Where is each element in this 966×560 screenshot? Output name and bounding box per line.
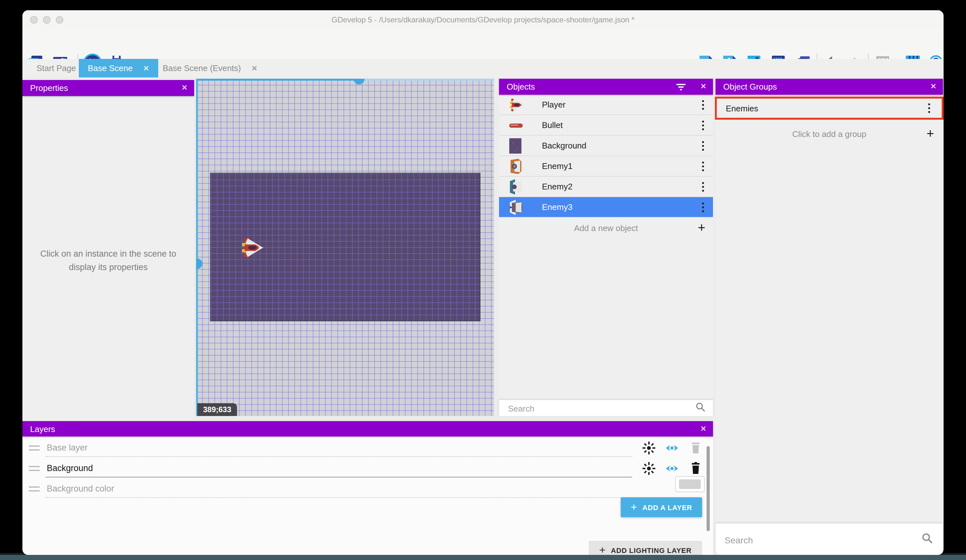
layer-visibility-icon[interactable]	[665, 441, 679, 455]
layer-effects-icon[interactable]	[642, 462, 656, 475]
layer-name-underline	[46, 477, 632, 477]
object-label: Enemy1	[542, 161, 572, 171]
panel-title: Objects	[507, 82, 535, 92]
object-groups-search-input[interactable]	[723, 524, 885, 555]
tabbar: Start Page Base Scene ✕ Base Scene (Even…	[22, 59, 944, 77]
objects-panel-header: Objects ✕	[499, 79, 713, 95]
object-label: Enemy3	[542, 202, 572, 212]
gdevelop-window: GDevelop 5 - /Users/dkarakay/Documents/G…	[22, 10, 944, 555]
toolbar: 1:1	[22, 29, 944, 59]
object-menu-icon[interactable]	[702, 141, 704, 151]
titlebar: GDevelop 5 - /Users/dkarakay/Documents/G…	[22, 10, 944, 30]
highlight-annotation	[715, 97, 944, 120]
object-groups-panel: Object Groups ✕ Enemies Click to add a g…	[716, 79, 943, 555]
close-panel-icon[interactable]: ✕	[700, 82, 706, 91]
layer-effects-icon[interactable]	[642, 441, 656, 455]
add-object-label: Add a new object	[574, 223, 638, 233]
canvas-hscrollbar[interactable]	[196, 79, 494, 81]
tab-base-scene[interactable]: Base Scene ✕	[79, 59, 158, 77]
filter-icon[interactable]	[676, 83, 686, 93]
add-lighting-layer-button[interactable]: + ADD LIGHTING LAYER	[589, 541, 702, 555]
scene-canvas[interactable]: 389;633	[196, 79, 494, 416]
properties-panel-header: Properties ✕	[22, 80, 194, 96]
background-object-icon	[508, 138, 525, 154]
canvas-vscrollbar-handle[interactable]	[196, 259, 202, 269]
layer-row-base: Base layer	[22, 439, 713, 458]
object-row-enemy2[interactable]: Enemy2	[499, 177, 713, 197]
panel-title: Object Groups	[723, 82, 777, 92]
plus-icon: +	[698, 221, 705, 235]
close-panel-icon[interactable]: ✕	[930, 82, 936, 91]
row-underline	[46, 497, 666, 498]
objects-panel: Objects ✕ Player Bullet	[499, 79, 713, 416]
desktop-strip	[0, 555, 966, 560]
close-tab-icon[interactable]: ✕	[143, 64, 149, 73]
player-instance[interactable]	[239, 237, 264, 258]
drag-handle-icon[interactable]	[29, 486, 40, 491]
object-row-bullet[interactable]: Bullet	[499, 115, 713, 136]
canvas-vscrollbar[interactable]	[196, 79, 198, 416]
objects-search	[499, 400, 713, 416]
object-label: Background	[542, 141, 586, 151]
add-layer-button[interactable]: + ADD A LAYER	[621, 497, 702, 517]
object-row-background[interactable]: Background	[499, 136, 713, 156]
enemy1-object-icon	[508, 158, 525, 175]
plus-icon: +	[927, 126, 934, 141]
layer-delete-icon[interactable]	[688, 441, 703, 455]
canvas-hscrollbar-handle[interactable]	[353, 79, 365, 85]
add-group-label: Click to add a group	[792, 129, 866, 139]
layer-visibility-icon[interactable]	[665, 462, 679, 475]
screenshot-stage: GDevelop 5 - /Users/dkarakay/Documents/G…	[0, 0, 966, 560]
properties-hint: Click on an instance in the scene to dis…	[33, 248, 184, 275]
drag-handle-icon[interactable]	[29, 466, 40, 471]
add-layer-label: ADD A LAYER	[642, 503, 692, 511]
enemy2-object-icon	[508, 178, 525, 195]
layer-name-field[interactable]: Background	[47, 463, 93, 473]
tab-base-scene-events[interactable]: Base Scene (Events) ✕	[154, 59, 266, 77]
object-menu-icon[interactable]	[702, 100, 704, 110]
object-row-enemy3[interactable]: Enemy3	[499, 197, 713, 218]
player-object-icon	[508, 97, 525, 113]
tab-label: Start Page	[36, 63, 76, 73]
object-label: Player	[542, 100, 566, 110]
layer-delete-icon[interactable]	[688, 462, 703, 475]
panel-title: Layers	[30, 424, 55, 434]
add-group-button[interactable]: Click to add a group +	[716, 123, 943, 144]
object-menu-icon[interactable]	[702, 161, 704, 171]
object-menu-icon[interactable]	[702, 120, 704, 130]
close-tab-icon[interactable]: ✕	[251, 64, 258, 73]
close-panel-icon[interactable]: ✕	[181, 83, 188, 92]
search-icon	[696, 402, 705, 414]
object-label: Bullet	[542, 120, 563, 130]
bullet-object-icon	[508, 117, 525, 134]
plus-icon: +	[599, 544, 606, 555]
object-row-enemy1[interactable]: Enemy1	[499, 156, 713, 177]
layer-name-field[interactable]: Base layer	[47, 443, 88, 452]
background-color-label: Background color	[47, 484, 114, 493]
tab-start-page[interactable]: Start Page	[28, 59, 85, 77]
close-panel-icon[interactable]: ✕	[700, 424, 706, 433]
add-object-button[interactable]: Add a new object +	[499, 218, 713, 238]
background-color-swatch[interactable]	[675, 476, 705, 492]
panel-title: Properties	[30, 83, 68, 93]
cursor-coordinates: 389;633	[197, 403, 237, 416]
properties-panel: Properties ✕ Click on an instance in the…	[22, 80, 194, 420]
object-row-player[interactable]: Player	[499, 95, 713, 115]
object-menu-icon[interactable]	[702, 182, 704, 192]
object-groups-search	[716, 524, 943, 555]
object-label: Enemy2	[542, 182, 572, 192]
layers-scrollbar[interactable]	[706, 446, 710, 531]
layer-name-underline	[46, 456, 632, 457]
layers-panel: Layers ✕ Base layer	[22, 421, 713, 555]
drag-handle-icon[interactable]	[29, 445, 40, 450]
enemy3-object-icon	[508, 199, 525, 216]
object-menu-icon[interactable]	[702, 202, 704, 212]
layer-row-background: Background	[22, 460, 713, 478]
layers-panel-header: Layers ✕	[22, 421, 713, 437]
add-lighting-layer-label: ADD LIGHTING LAYER	[611, 547, 692, 554]
objects-search-input[interactable]	[507, 400, 659, 417]
tab-label: Base Scene (Events)	[163, 63, 241, 73]
plus-icon: +	[631, 501, 637, 514]
object-groups-panel-header: Object Groups ✕	[716, 79, 943, 95]
background-color-row: Background color	[22, 480, 713, 499]
